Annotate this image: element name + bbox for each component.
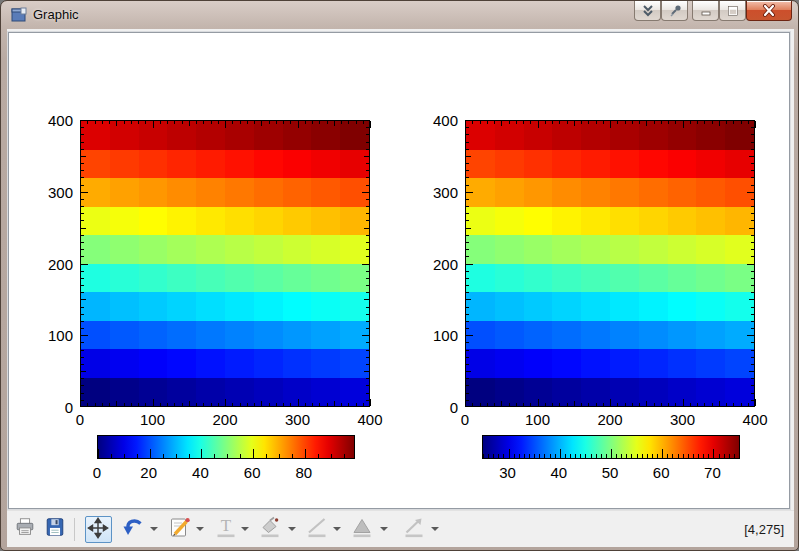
axis-tick [751, 378, 754, 379]
axis-tick [225, 121, 226, 128]
axis-tick [298, 121, 299, 128]
axis-tick [366, 271, 369, 272]
heatmap-cell [610, 150, 639, 179]
heatmap-cell [581, 178, 610, 207]
axis-tick [81, 393, 84, 394]
undo-button[interactable] [121, 517, 145, 541]
axis-tick [751, 213, 754, 214]
axis-tick [632, 121, 633, 124]
axis-tick [523, 121, 524, 124]
heatmap-cell [167, 178, 196, 207]
axis-tick [341, 121, 342, 124]
heatmap-cell [311, 178, 340, 207]
heatmap-cell [340, 207, 369, 236]
axis-tick [87, 121, 88, 124]
heatmap-cell [254, 178, 283, 207]
heatmap-cell [81, 378, 110, 407]
graphic-canvas[interactable]: 0100200300400010020030040002040608001002… [8, 32, 790, 509]
heatmap-cell [340, 292, 369, 321]
axis-tick [751, 400, 754, 401]
text-dropdown-caret[interactable] [241, 527, 249, 531]
heatmap-cell [110, 349, 139, 378]
axis-tick [751, 314, 754, 315]
axis-tick [466, 264, 473, 265]
x-tick-label: 200 [212, 411, 237, 428]
axis-tick [366, 393, 369, 394]
floppy-icon [44, 516, 66, 542]
axis-tick [741, 121, 742, 124]
axis-tick [719, 401, 720, 406]
heatmap-cell [466, 150, 495, 179]
axis-tick [596, 121, 597, 124]
titlebar[interactable]: Graphic [1, 1, 798, 29]
heatmap-cell [254, 264, 283, 293]
heatmap-plot-1[interactable]: 01002003004000100200300400 [80, 120, 370, 407]
heatmap-cell [668, 321, 697, 350]
heatmap-cell [225, 378, 254, 407]
heatmap-cell [610, 235, 639, 264]
heatmap-cell [139, 321, 168, 350]
pin-button[interactable] [661, 1, 688, 21]
axis-tick [201, 449, 202, 458]
axis-tick [366, 400, 369, 401]
save-button[interactable] [43, 517, 67, 541]
heatmap-cell [167, 150, 196, 179]
axis-tick [751, 285, 754, 286]
axis-tick [370, 121, 371, 128]
polygon-dropdown-caret[interactable] [380, 527, 388, 531]
pan-arrows-icon [87, 517, 109, 543]
arrow-button[interactable] [402, 517, 426, 541]
axis-tick [683, 454, 684, 458]
axis-tick [616, 454, 617, 458]
axis-tick [625, 403, 626, 406]
line-dropdown-caret[interactable] [333, 527, 341, 531]
axis-tick [348, 121, 349, 124]
heatmap-cell [639, 121, 668, 150]
paint-button[interactable] [258, 517, 282, 541]
axis-tick [276, 121, 277, 124]
heatmap-plot-2[interactable]: 01002003004000100200300400 [465, 120, 755, 407]
heatmap-cell [225, 235, 254, 264]
axis-tick [642, 454, 643, 458]
heatmap-cell [495, 264, 524, 293]
axis-tick [574, 401, 575, 406]
axis-tick [494, 403, 495, 406]
colorbar-2[interactable] [482, 435, 740, 459]
print-button[interactable] [13, 517, 37, 541]
axis-tick [570, 454, 571, 458]
undo-dropdown-caret[interactable] [150, 527, 158, 531]
pan-button[interactable] [85, 516, 112, 543]
text-button[interactable]: T [214, 517, 238, 541]
line-button[interactable] [305, 517, 329, 541]
axis-tick [145, 121, 146, 124]
arrow-dropdown-caret[interactable] [431, 527, 439, 531]
maximize-button[interactable] [719, 1, 746, 21]
axis-tick [466, 271, 469, 272]
heatmap-cell [311, 321, 340, 350]
collapse-toolbar-button[interactable] [634, 1, 661, 21]
axis-tick [726, 121, 727, 124]
colorbar-1[interactable] [97, 435, 355, 459]
minimize-button[interactable] [692, 1, 719, 21]
axis-tick [559, 121, 560, 124]
heatmap-cell [167, 349, 196, 378]
axis-tick [751, 206, 754, 207]
axis-tick [348, 403, 349, 406]
graphic-window: Graphic [0, 0, 799, 551]
heatmap-cell [283, 349, 312, 378]
colorbar-tick-label: 40 [192, 464, 209, 481]
axis-tick [466, 321, 469, 322]
axis-tick [81, 142, 84, 143]
heatmap-cell [283, 207, 312, 236]
close-button[interactable] [746, 1, 792, 21]
y-tick-label: 0 [450, 399, 458, 416]
heatmap-cell [283, 321, 312, 350]
polygon-button[interactable] [350, 517, 374, 541]
annotate-button[interactable] [168, 517, 192, 541]
axis-tick [81, 271, 84, 272]
annotate-dropdown-caret[interactable] [196, 527, 204, 531]
axis-tick [751, 385, 754, 386]
axis-tick [227, 454, 228, 458]
paint-dropdown-caret[interactable] [288, 527, 296, 531]
axis-tick [552, 121, 553, 124]
